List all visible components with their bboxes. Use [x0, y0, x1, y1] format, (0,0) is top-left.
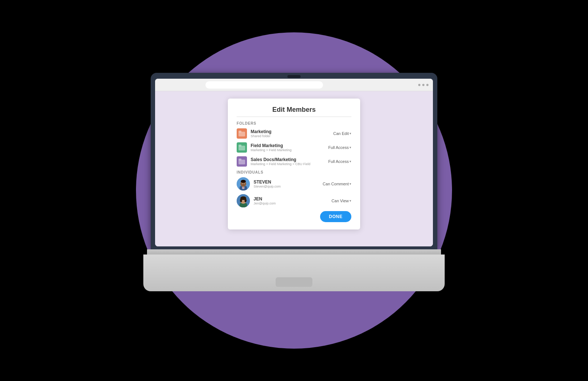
laptop-bottom — [143, 254, 445, 291]
folder-info-sales-docs: Sales Docs/Marketing Marketing > Field M… — [251, 157, 328, 166]
folder-item-sales-docs: Sales Docs/Marketing Marketing > Field M… — [237, 156, 351, 167]
permission-label-jen: Can View — [331, 199, 349, 203]
svg-point-11 — [241, 180, 246, 183]
browser-dot-1 — [418, 84, 420, 86]
chevron-field-marketing: ▾ — [349, 146, 351, 149]
folder-icon-marketing — [237, 128, 247, 139]
avatar-steven — [237, 177, 250, 190]
browser-dots — [418, 84, 429, 86]
laptop-trackpad[interactable] — [276, 277, 312, 287]
browser-url-bar[interactable] — [205, 81, 323, 89]
laptop: Edit Members FOLDERS — [143, 73, 445, 308]
person-permission-steven[interactable]: Can Comment ▾ — [323, 182, 351, 186]
folder-item-marketing: Marketing Shared folder Can Edit ▾ — [237, 128, 351, 139]
svg-rect-1 — [239, 131, 241, 132]
person-permission-jen[interactable]: Can View ▾ — [331, 199, 351, 203]
laptop-camera — [287, 75, 301, 78]
individuals-section: INDIVIDUALS — [237, 170, 351, 207]
browser-dot-3 — [426, 84, 429, 86]
chevron-sales-docs: ▾ — [349, 160, 351, 163]
svg-point-15 — [244, 184, 244, 184]
scene: Edit Members FOLDERS — [0, 0, 588, 381]
done-row: DONE — [237, 211, 351, 222]
modal-divider — [237, 117, 351, 117]
svg-point-14 — [242, 184, 243, 184]
svg-point-21 — [244, 199, 247, 202]
permission-label-field-marketing: Full Access — [328, 145, 349, 150]
person-info-steven: STEVEN Steven@quip.com — [254, 179, 323, 188]
svg-point-24 — [242, 200, 243, 201]
avatar-jen — [237, 194, 250, 207]
folder-info-marketing: Marketing Shared folder — [251, 129, 333, 138]
person-email-jen: Jen@quip.com — [254, 202, 331, 205]
individuals-section-label: INDIVIDUALS — [237, 170, 351, 174]
folder-name-sales-docs: Sales Docs/Marketing — [251, 157, 328, 162]
done-button[interactable]: DONE — [320, 211, 351, 222]
person-item-steven: STEVEN Steven@quip.com Can Comment ▾ — [237, 177, 351, 190]
browser-dot-2 — [422, 84, 424, 86]
folder-path-field-marketing: Marketing > Field Marketing — [251, 148, 328, 152]
person-item-jen: JEN Jen@quip.com Can View ▾ — [237, 194, 351, 207]
folder-path-marketing: Shared folder — [251, 134, 333, 138]
browser-content: Edit Members FOLDERS — [155, 91, 433, 246]
browser-toolbar — [155, 79, 433, 91]
folder-permission-marketing[interactable]: Can Edit ▾ — [333, 131, 351, 136]
person-name-steven: STEVEN — [254, 179, 323, 185]
folder-icon-sales-docs — [237, 156, 247, 167]
svg-point-20 — [240, 199, 242, 202]
folder-icon-field-marketing — [237, 142, 247, 153]
folder-path-sales-docs: Marketing > Field Marketing > CBU Field — [251, 162, 328, 166]
permission-label-marketing: Can Edit — [333, 131, 349, 136]
folder-name-marketing: Marketing — [251, 129, 333, 134]
svg-rect-3 — [239, 145, 241, 146]
person-name-jen: JEN — [254, 196, 331, 202]
svg-point-25 — [244, 200, 244, 201]
person-info-jen: JEN Jen@quip.com — [254, 196, 331, 205]
folder-info-field-marketing: Field Marketing Marketing > Field Market… — [251, 143, 328, 152]
edit-members-modal: Edit Members FOLDERS — [228, 99, 360, 229]
permission-label-steven: Can Comment — [323, 182, 349, 186]
folder-permission-field-marketing[interactable]: Full Access ▾ — [328, 145, 351, 150]
folder-permission-sales-docs[interactable]: Full Access ▾ — [328, 159, 351, 164]
folder-name-field-marketing: Field Marketing — [251, 143, 328, 148]
chevron-jen: ▾ — [349, 199, 351, 203]
laptop-screen-outer: Edit Members FOLDERS — [151, 73, 437, 249]
laptop-base — [143, 249, 445, 308]
person-email-steven: Steven@quip.com — [254, 185, 323, 188]
chevron-steven: ▾ — [349, 182, 351, 186]
chevron-marketing: ▾ — [349, 132, 351, 135]
permission-label-sales-docs: Full Access — [328, 159, 349, 164]
laptop-screen-inner: Edit Members FOLDERS — [155, 79, 433, 246]
modal-title: Edit Members — [237, 106, 351, 114]
folders-section-label: FOLDERS — [237, 121, 351, 125]
svg-rect-5 — [239, 159, 241, 160]
folder-item-field-marketing: Field Marketing Marketing > Field Market… — [237, 142, 351, 153]
